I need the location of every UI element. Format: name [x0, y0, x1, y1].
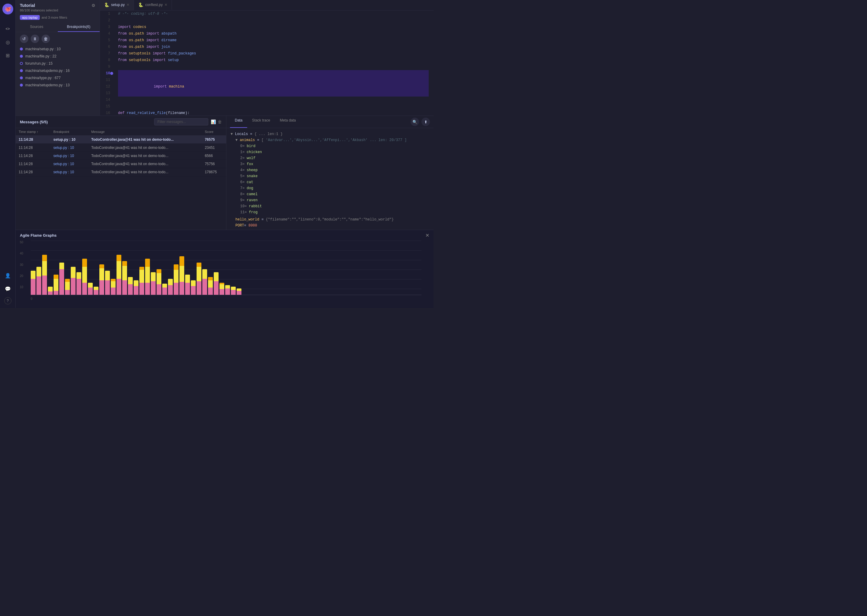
table-row[interactable]: 11:14:28 setup.py : 10 TodoController.ja… [16, 152, 226, 160]
animal-4: 4= sheep [230, 167, 429, 173]
td-timestamp: 11:14:28 [16, 152, 50, 160]
top-area: Tutorial ⚙ 86/100 instances selected app… [16, 0, 434, 115]
editor-tab-conftest[interactable]: 🐍 conftest.py ✕ [134, 0, 172, 10]
bar-group-24 [168, 279, 173, 295]
refresh-button[interactable]: ↺ [20, 35, 28, 43]
nav-debug-icon[interactable]: ◎ [3, 37, 13, 47]
bar-group-32 [214, 272, 219, 295]
td-message: TodoController.java@41 was hit on demo-t… [88, 160, 202, 168]
breakpoint-item-0[interactable]: machina/setup.py : 10 [17, 46, 98, 53]
breakpoint-item-2[interactable]: forum/run.py : 15 [17, 60, 98, 67]
col-message: Message [88, 128, 202, 136]
conftest-tab-close[interactable]: ✕ [164, 3, 167, 7]
breakpoint-item-1[interactable]: machina/file.py : 22 [17, 53, 98, 60]
setup-tab-icon: 🐍 [104, 2, 109, 7]
data-content: ▼ Locals = { ... len:1 } ▼ animals = [ '… [226, 128, 434, 230]
flame-panel: Agile Flame Graphs ✕ 50 40 30 20 10 [16, 230, 434, 308]
breakpoint-item-3[interactable]: machina/setupdemo.py : 16 [17, 67, 98, 74]
setup-tab-close[interactable]: ✕ [126, 3, 129, 7]
conftest-tab-icon: 🐍 [138, 2, 143, 7]
table-row[interactable]: 11:14:28 setup.py : 10 TodoController.ja… [16, 168, 226, 176]
trash-icon[interactable]: 🗑 [218, 119, 222, 124]
animal-9: 9= raven [230, 197, 429, 203]
nav-layers-icon[interactable]: ⊞ [3, 50, 13, 60]
col-timestamp: Time stamp ↑ [16, 128, 50, 136]
data-tab-stacktrace[interactable]: Stack trace [247, 116, 275, 128]
x-label-0: 0 [31, 297, 33, 300]
animal-0: 0= bird [230, 143, 429, 149]
sidebar-tabs: Sources Breakpoints(6) [16, 22, 100, 32]
bar-group-26 [180, 256, 184, 295]
pause-button[interactable]: ⏸ [31, 35, 39, 43]
nav-help-icon[interactable]: ? [4, 297, 11, 304]
bar-group-11 [94, 287, 98, 295]
td-timestamp: 11:14:28 [16, 168, 50, 176]
delete-button[interactable]: 🗑 [41, 35, 50, 43]
nav-user-icon[interactable]: 👤 [3, 271, 13, 280]
sidebar-filters: app.taptap and 3 more filters [16, 14, 100, 22]
table-row[interactable]: 11:14:28 setup.py : 10 TodoController.ja… [16, 144, 226, 152]
bar-group-35 [231, 287, 236, 295]
animal-11: 11= frog [230, 209, 429, 215]
sidebar-header: Tutorial ⚙ 86/100 instances selected [16, 0, 100, 14]
messages-title: Messages (5/5) [20, 120, 48, 124]
td-score: 6566 [202, 152, 226, 160]
flame-bars [31, 247, 421, 295]
breakpoints-list: machina/setup.py : 10 machina/file.py : … [16, 46, 100, 115]
bp-label-3: machina/setupdemo.py : 16 [25, 69, 69, 73]
code-content[interactable]: # -*- coding: utf-8 -*- import codecs fr… [113, 11, 434, 115]
flame-close-button[interactable]: ✕ [426, 233, 429, 238]
td-breakpoint: setup.py : 10 [50, 168, 88, 176]
nav-code-icon[interactable]: <> [3, 24, 13, 34]
data-tab-metadata[interactable]: Meta data [275, 116, 300, 128]
share-data-button[interactable]: ⬆ [421, 118, 430, 126]
bp-dot-3 [20, 69, 23, 72]
data-tab-data[interactable]: Data [230, 116, 247, 128]
bp-dot-5 [20, 83, 23, 86]
animals-root[interactable]: ▼ animals = [ 'Aardvar...','Abyssin...',… [230, 137, 429, 143]
animal-10: 10= rabbit [230, 203, 429, 209]
animal-5: 5= snake [230, 173, 429, 179]
td-breakpoint: setup.py : 10 [50, 160, 88, 168]
bar-group-20 [145, 259, 150, 295]
tab-breakpoints[interactable]: Breakpoints(6) [58, 22, 100, 32]
flame-header: Agile Flame Graphs ✕ [16, 230, 434, 240]
bar-group-3 [48, 287, 53, 295]
table-row[interactable]: 11:14:28 setup.py : 10 TodoController.ja… [16, 136, 226, 144]
breakpoint-item-5[interactable]: machina/setupdemo.py : 13 [17, 82, 98, 89]
msg-icons: 📊 🗑 [211, 119, 222, 124]
chart-icon[interactable]: 📊 [211, 119, 216, 124]
filter-badge[interactable]: app.taptap [20, 15, 40, 20]
nav-chat-icon[interactable]: 💬 [3, 284, 13, 294]
editor-tabs: 🐍 setup.py ✕ 🐍 conftest.py ✕ [100, 0, 434, 11]
breakpoint-item-4[interactable]: machina/type.py : 677 [17, 74, 98, 82]
messages-filter-input[interactable] [154, 118, 208, 126]
bp-label-2: forum/run.py : 15 [25, 61, 53, 66]
tab-sources[interactable]: Sources [16, 22, 58, 32]
y-label-20: 20 [20, 274, 23, 278]
bar-group-4 [54, 275, 58, 295]
bar-group-8 [76, 272, 81, 295]
y-label-50: 50 [20, 240, 23, 244]
code-area[interactable]: 12345 6789 10 1112131415 1617181920 2122… [100, 11, 434, 115]
y-label-10: 10 [20, 286, 23, 289]
bp-dot-0 [20, 47, 23, 50]
bar-group-2 [42, 255, 47, 295]
nav-logo[interactable]: 🐙 [2, 4, 13, 14]
editor-tab-setup[interactable]: 🐍 setup.py ✕ [100, 0, 134, 10]
td-message: TodoController.java@41 was hit on demo-t… [88, 144, 202, 152]
sidebar: Tutorial ⚙ 86/100 instances selected app… [16, 0, 100, 115]
td-timestamp: 11:14:28 [16, 160, 50, 168]
td-message: TodoController.java@41 was hit on demo-t… [88, 168, 202, 176]
table-row[interactable]: 11:14:28 setup.py : 10 TodoController.ja… [16, 160, 226, 168]
td-score: 75756 [202, 160, 226, 168]
td-score: 76575 [202, 136, 226, 144]
bar-group-9 [82, 259, 87, 295]
locals-root[interactable]: ▼ Locals = { ... len:1 } [230, 131, 429, 137]
td-message: TodoController.java@41 was hit on demo-t… [88, 152, 202, 160]
line-numbers: 12345 6789 10 1112131415 1617181920 2122 [100, 11, 113, 115]
sidebar-settings-button[interactable]: ⚙ [91, 3, 95, 8]
search-data-button[interactable]: 🔍 [411, 118, 419, 126]
td-message: TodoController.java@41 was hit on demo-t… [88, 136, 202, 144]
bar-group-15 [117, 255, 121, 295]
